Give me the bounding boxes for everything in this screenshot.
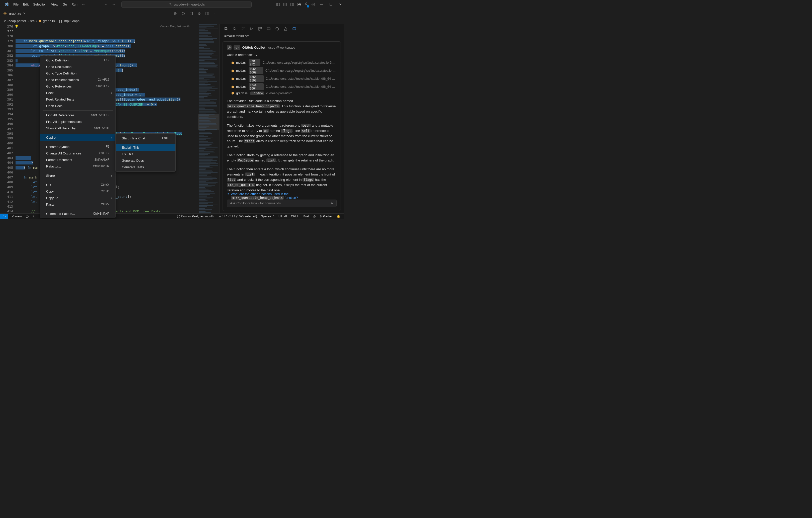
menu-item[interactable]: Start Inline ChatCtrl+I [116, 135, 175, 141]
tab-close-icon[interactable]: ✕ [23, 11, 26, 15]
menu-item[interactable]: Generate Tests [116, 164, 175, 170]
status-spaces[interactable]: Spaces: 4 [261, 215, 274, 218]
status-cursor-pos[interactable]: Ln 377, Col 1 (1095 selected) [218, 215, 257, 218]
account-icon[interactable]: 1 [304, 2, 308, 7]
send-icon[interactable]: ➤ [330, 201, 333, 205]
minimap[interactable] [198, 24, 219, 213]
menu-item[interactable]: Go to Declaration [40, 63, 115, 70]
svg-rect-4 [298, 3, 299, 4]
menu-go[interactable]: Go [61, 1, 69, 7]
menu-item[interactable]: Fix This [116, 151, 175, 157]
menu-item[interactable]: Rename SymbolF2 [40, 143, 115, 150]
menu-item[interactable]: Change All OccurrencesCtrl+F2 [40, 150, 115, 157]
chat-input[interactable]: Ask Copilot or type / for commands ➤ [227, 199, 337, 207]
lightbulb-icon[interactable]: 💡 [14, 24, 19, 29]
search-icon[interactable] [233, 27, 237, 31]
command-center[interactable]: vscode-v8-heap-tools [121, 1, 252, 7]
menu-item[interactable]: Peek Related Tests [40, 96, 115, 103]
menu-item[interactable]: Peek [40, 89, 115, 96]
layout-left-icon[interactable] [276, 2, 280, 6]
sync-icon[interactable] [25, 214, 29, 218]
reference-row[interactable]: ⬢mod.rs:1644-1664C:\Users\huer\.rustup\t… [227, 83, 337, 91]
status-notifications-icon[interactable]: 🔔 [337, 215, 340, 218]
status-language[interactable]: Rust [303, 215, 309, 218]
menu-item[interactable]: Command Palette...Ctrl+Shift+P [40, 210, 115, 217]
reference-row[interactable]: ⬢mod.rs:269-272C:\Users\huer\.cargo\regi… [227, 59, 337, 67]
layout-bottom-icon[interactable] [283, 2, 287, 6]
menu-item[interactable]: Copilot [40, 134, 115, 141]
breadcrumb-folder[interactable]: v8-heap-parser [4, 19, 26, 23]
window-minimize-icon[interactable]: — [320, 2, 323, 6]
remote-indicator[interactable] [0, 214, 8, 219]
compare-icon[interactable] [197, 11, 201, 16]
status-encoding[interactable]: UTF-8 [279, 215, 287, 218]
nav-back-icon[interactable]: ← [104, 2, 108, 6]
menu-item[interactable]: CutCtrl+X [40, 182, 115, 188]
layout-right-icon[interactable] [290, 2, 294, 6]
copilot-submenu[interactable]: Start Inline ChatCtrl+IExplain ThisFix T… [116, 133, 176, 172]
reference-row[interactable]: ⬢mod.rs:1066-1069C:\Users\huer\.cargo\re… [227, 67, 337, 75]
menu-item[interactable]: Copy As [40, 195, 115, 201]
branch-icon[interactable] [241, 27, 245, 31]
breadcrumb-file[interactable]: graph.rs [43, 19, 55, 23]
layout-custom-icon[interactable] [297, 2, 301, 6]
status-copilot-icon[interactable]: ◎ [313, 215, 316, 218]
nav-forward-icon[interactable]: → [112, 2, 115, 6]
status-blame[interactable]: ◯ Connor Peet, last month [177, 215, 213, 218]
split-editor-icon[interactable] [205, 11, 209, 16]
breadcrumb-symbol[interactable]: impl Graph [64, 19, 80, 23]
git-blame-codelens[interactable]: Connor Peet, last month [161, 24, 190, 29]
menu-edit[interactable]: Edit [21, 1, 31, 7]
diff-icon[interactable] [189, 11, 193, 16]
menu-item[interactable]: Open Docs [40, 103, 115, 109]
breadcrumb[interactable]: v8-heap-parser› src› ⬢graph.rs› { }impl … [0, 18, 344, 24]
chat-input-placeholder: Ask Copilot or type / for commands [230, 201, 281, 205]
menu-item[interactable]: Find All ReferencesShift+Alt+F12 [40, 112, 115, 118]
breadcrumb-src[interactable]: src [30, 19, 35, 23]
status-ports[interactable]: ⟂ [33, 215, 34, 218]
followup-link[interactable]: ✦ What are the other functions used in t… [227, 192, 337, 199]
menu-item[interactable]: PasteCtrl+V [40, 201, 115, 208]
status-branch[interactable]: ⎇ main [11, 215, 22, 218]
window-close-icon[interactable]: ✕ [339, 2, 342, 6]
reference-row[interactable]: ⬢graph.rs:377-404v8-heap-parser\src [227, 91, 337, 96]
menu-overflow[interactable]: ··· [80, 1, 87, 7]
menu-item[interactable]: Show Call HierarchyShift+Alt+H [40, 125, 115, 131]
editor-more-icon[interactable]: ··· [213, 12, 216, 16]
menu-item[interactable]: CopyCtrl+C [40, 188, 115, 195]
svg-rect-17 [225, 28, 227, 30]
azure-icon[interactable] [284, 27, 288, 31]
references-toggle[interactable]: Used 5 references ⌄ [227, 53, 337, 57]
menu-view[interactable]: View [49, 1, 60, 7]
status-prettier[interactable]: ⊘ Prettier [320, 215, 332, 218]
menu-file[interactable]: File [11, 1, 21, 7]
extensions-icon[interactable] [258, 27, 262, 31]
menu-item[interactable]: Refactor...Ctrl+Shift+R [40, 163, 115, 169]
menu-item[interactable]: Share [40, 172, 115, 179]
run-icon[interactable] [181, 11, 185, 16]
run-debug-icon[interactable] [250, 27, 254, 31]
chat-icon[interactable] [292, 27, 296, 31]
remote-icon[interactable] [267, 27, 271, 31]
status-eol[interactable]: CRLF [291, 215, 299, 218]
menu-item[interactable]: Go to Type Definition [40, 70, 115, 77]
settings-gear-icon[interactable] [311, 2, 315, 6]
window-restore-icon[interactable]: ❐ [329, 2, 332, 6]
menu-item[interactable]: Go to DefinitionF12 [40, 57, 115, 63]
copy-icon[interactable] [224, 27, 228, 31]
menu-selection[interactable]: Selection [31, 1, 48, 7]
editor-context-menu[interactable]: Go to DefinitionF12Go to DeclarationGo t… [40, 55, 116, 218]
toggle-word-wrap-icon[interactable] [173, 11, 177, 16]
svg-rect-13 [190, 12, 193, 15]
tab-graph-rs[interactable]: graph.rs ✕ [0, 9, 29, 18]
menu-item[interactable]: Explain This [116, 144, 175, 151]
menu-item[interactable]: Format DocumentShift+Alt+F [40, 157, 115, 163]
github-icon[interactable] [275, 27, 279, 31]
menu-item[interactable]: Go to ImplementationsCtrl+F12 [40, 77, 115, 83]
menu-run[interactable]: Run [69, 1, 80, 7]
menu-item[interactable]: Go to ReferencesShift+F12 [40, 83, 115, 89]
reference-row[interactable]: ⬢mod.rs:1566-1592C:\Users\huer\.rustup\t… [227, 75, 337, 83]
menu-item[interactable]: Find All Implementations [40, 118, 115, 125]
svg-point-12 [182, 12, 185, 15]
menu-item[interactable]: Generate Docs [116, 157, 175, 164]
